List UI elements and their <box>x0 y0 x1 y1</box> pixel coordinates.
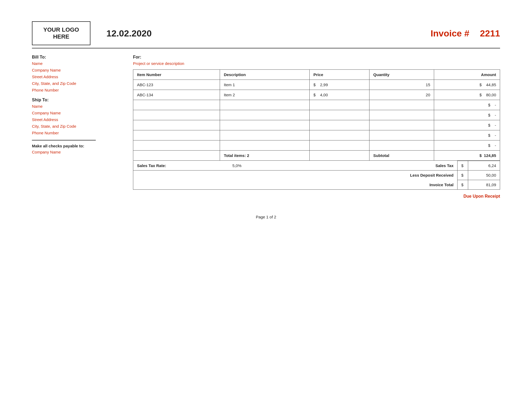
cell-price: $ 2,99 <box>310 80 369 90</box>
total-price-empty <box>310 151 369 161</box>
cell-item-number <box>133 120 220 130</box>
ship-to-label: Ship To: <box>32 98 117 102</box>
table-row: $ - <box>133 100 500 110</box>
invoice-label: Invoice # <box>431 28 469 39</box>
cell-price: $ 4,00 <box>310 90 369 100</box>
cell-amount: $ - <box>434 100 500 110</box>
deposit-symbol-cell: $ <box>458 171 468 180</box>
cell-item-number <box>133 110 220 120</box>
sales-tax-value-cell: 6,24 <box>468 161 500 171</box>
subtotal-label: Subtotal <box>369 151 434 161</box>
header-info: 12.02.2020 Invoice # 2211 <box>106 28 500 39</box>
deposit-label-cell: Less Deposit Received <box>325 171 457 180</box>
tax-row: Sales Tax Rate: 5,0% Sales Tax $ 6,24 <box>133 161 500 171</box>
due-upon-receipt: Due Upon Receipt <box>133 194 500 199</box>
cell-item-number: ABC-123 <box>133 80 220 90</box>
tax-rate-value-cell: 5,0% <box>229 161 272 171</box>
total-row: Invoice Total $ 81,09 <box>133 180 500 190</box>
table-row: ABC-134 Item 2 $ 4,00 20 $ 80,00 <box>133 90 500 100</box>
bill-to-label: Bill To: <box>32 55 117 60</box>
cell-item-number: ABC-134 <box>133 90 220 100</box>
cell-description <box>220 120 310 130</box>
total-value-cell: 81,09 <box>468 180 500 190</box>
cell-amount: $ - <box>434 130 500 140</box>
col-description: Description <box>220 70 310 80</box>
ship-to-company: Company Name <box>32 111 117 115</box>
header-divider <box>32 48 500 48</box>
deposit-value-cell: 50,00 <box>468 171 500 180</box>
cell-description: Item 1 <box>220 80 310 90</box>
bill-to-company: Company Name <box>32 68 117 72</box>
cell-item-number <box>133 140 220 151</box>
bill-to-street: Street Address <box>32 74 117 79</box>
for-label: For: <box>133 55 500 60</box>
col-price: Price <box>310 70 369 80</box>
cell-description <box>220 130 310 140</box>
cell-description <box>220 140 310 151</box>
header-row: YOUR LOGO HERE 12.02.2020 Invoice # 2211 <box>32 21 500 45</box>
col-item-number: Item Number <box>133 70 220 80</box>
left-column: Bill To: Name Company Name Street Addres… <box>32 55 117 199</box>
bill-to-phone: Phone Number <box>32 88 117 92</box>
cell-price <box>310 130 369 140</box>
tax-spacer <box>272 161 325 171</box>
bottom-divider <box>32 140 96 140</box>
table-row: $ - <box>133 110 500 120</box>
ship-to-city: City, State, and Zip Code <box>32 124 117 128</box>
bill-to-name: Name <box>32 61 117 66</box>
logo-text: YOUR LOGO HERE <box>43 26 79 40</box>
cell-price <box>310 140 369 151</box>
sales-tax-symbol-cell: $ <box>458 161 468 171</box>
cell-price <box>310 120 369 130</box>
items-table: Item Number Description Price Quantity A… <box>133 69 500 161</box>
total-items-label: Total items: 2 <box>220 151 310 161</box>
total-items-empty <box>133 151 220 161</box>
cell-amount: $ - <box>434 120 500 130</box>
cell-description <box>220 100 310 110</box>
cell-quantity: 20 <box>369 90 434 100</box>
sales-tax-label-cell: Sales Tax <box>325 161 457 171</box>
cell-amount: $ 80,00 <box>434 90 500 100</box>
ship-to-name: Name <box>32 104 117 109</box>
cell-item-number <box>133 100 220 110</box>
cell-item-number <box>133 130 220 140</box>
cell-price <box>310 100 369 110</box>
cell-description: Item 2 <box>220 90 310 100</box>
cell-quantity: 15 <box>369 80 434 90</box>
cell-quantity <box>369 120 434 130</box>
totals-table: Sales Tax Rate: 5,0% Sales Tax $ 6,24 Le… <box>133 161 500 190</box>
ship-to-street: Street Address <box>32 117 117 122</box>
total-spacer <box>133 180 325 190</box>
page-number: Page 1 of 2 <box>256 215 276 219</box>
cell-description <box>220 110 310 120</box>
logo-box: YOUR LOGO HERE <box>32 21 90 45</box>
cell-amount: $ - <box>434 110 500 120</box>
table-row: $ - <box>133 140 500 151</box>
cell-amount: $ - <box>434 140 500 151</box>
checks-company: Company Name <box>32 150 117 154</box>
deposit-spacer <box>133 171 325 180</box>
right-column: For: Project or service description Item… <box>133 55 500 199</box>
cell-quantity <box>369 100 434 110</box>
ship-to-phone: Phone Number <box>32 131 117 135</box>
deposit-row: Less Deposit Received $ 50,00 <box>133 171 500 180</box>
total-label-cell: Invoice Total <box>325 180 457 190</box>
project-description: Project or service description <box>133 61 500 66</box>
invoice-number: 2211 <box>480 28 500 39</box>
total-items-row: Total items: 2 Subtotal $ 124,85 <box>133 151 500 161</box>
page-footer: Page 1 of 2 <box>32 215 500 219</box>
cell-price <box>310 110 369 120</box>
bill-to-city: City, State, and Zip Code <box>32 81 117 86</box>
tax-rate-label-cell: Sales Tax Rate: <box>133 161 229 171</box>
table-row: $ - <box>133 120 500 130</box>
col-amount: Amount <box>434 70 500 80</box>
cell-quantity <box>369 110 434 120</box>
cell-amount: $ 44,85 <box>434 80 500 90</box>
col-quantity: Quantity <box>369 70 434 80</box>
cell-quantity <box>369 140 434 151</box>
main-layout: Bill To: Name Company Name Street Addres… <box>32 55 500 199</box>
invoice-date: 12.02.2020 <box>106 28 431 39</box>
total-symbol-cell: $ <box>458 180 468 190</box>
subtotal-value: $ 124,85 <box>434 151 500 161</box>
table-row: ABC-123 Item 1 $ 2,99 15 $ 44,85 <box>133 80 500 90</box>
